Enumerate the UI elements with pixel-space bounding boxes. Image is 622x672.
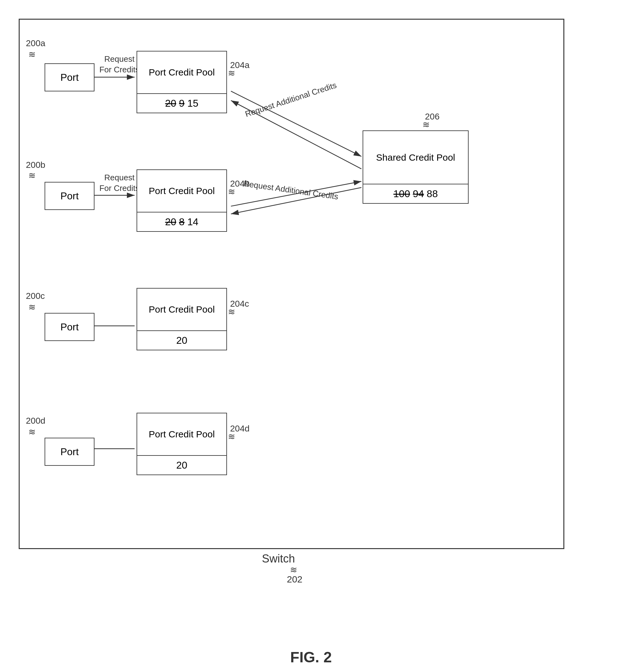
shared-pool-title: Shared Credit Pool [363, 131, 468, 184]
pool-204b-title: Port Credit Pool [137, 170, 227, 213]
port-box-200c: Port [44, 313, 95, 341]
label-200c: 200c [26, 291, 45, 301]
switch-ref: 202 [287, 574, 303, 585]
pool-box-204a: Port Credit Pool 20 9 15 [137, 51, 227, 113]
pool-204a-title: Port Credit Pool [137, 52, 227, 94]
zigzag-200a: ≋ [28, 49, 36, 60]
request-credits-label-a: Request For Credits [98, 54, 141, 75]
zigzag-206: ≋ [422, 120, 429, 130]
switch-box: 200a ≋ Port Request For Credits Port Cre… [19, 19, 564, 549]
req-additional-a-label: Request Additional Credits [239, 78, 343, 121]
zigzag-200c: ≋ [28, 302, 36, 312]
pool-204c-title: Port Credit Pool [137, 289, 227, 331]
pool-204a-values: 20 9 15 [137, 94, 227, 113]
pool-box-204c: Port Credit Pool 20 [137, 288, 227, 350]
zigzag-204c: ≋ [228, 307, 235, 317]
zigzag-204a: ≋ [228, 68, 235, 78]
port-box-200d: Port [44, 438, 95, 466]
label-200d: 200d [26, 416, 45, 426]
label-200b: 200b [26, 160, 45, 170]
port-box-200b: Port [44, 182, 95, 210]
zigzag-204d: ≋ [228, 431, 235, 442]
request-credits-label-b: Request For Credits [98, 172, 141, 194]
pool-box-204d: Port Credit Pool 20 [137, 413, 227, 475]
pool-204b-values: 20 8 14 [137, 213, 227, 231]
zigzag-200d: ≋ [28, 427, 36, 437]
label-200a: 200a [26, 38, 45, 49]
pool-204d-values: 20 [137, 456, 227, 475]
shared-pool-box: Shared Credit Pool 100 94 88 [362, 130, 469, 204]
req-additional-b-label: Request Additional Credits [238, 178, 344, 203]
pool-204c-values: 20 [137, 331, 227, 350]
figure-label: FIG. 2 [290, 649, 332, 666]
port-box-200a: Port [44, 63, 95, 91]
pool-box-204b: Port Credit Pool 20 8 14 [137, 169, 227, 232]
diagram-container: 200a ≋ Port Request For Credits Port Cre… [19, 19, 599, 602]
pool-204d-title: Port Credit Pool [137, 413, 227, 456]
switch-label: Switch [262, 552, 295, 565]
zigzag-200b: ≋ [28, 170, 36, 181]
zigzag-204b: ≋ [228, 187, 235, 197]
shared-pool-values: 100 94 88 [363, 184, 468, 203]
zigzag-switch: ≋ [290, 565, 297, 575]
